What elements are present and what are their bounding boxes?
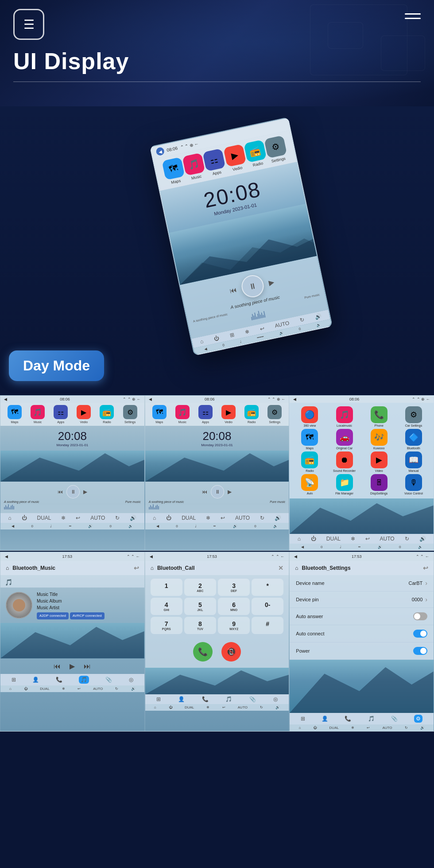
s2-video[interactable]: ▶ Vedio bbox=[221, 405, 236, 424]
bt-play-icon[interactable]: ▶ bbox=[70, 662, 75, 670]
s2-nav-dual[interactable]: DUAL bbox=[182, 515, 196, 521]
nav-auto-icon[interactable]: AUTO bbox=[274, 319, 290, 329]
s4-nav-clip[interactable]: 📎 bbox=[105, 677, 112, 683]
s5-nav-person[interactable]: 👤 bbox=[178, 696, 185, 702]
app-filemanager[interactable]: 📁 File Manager bbox=[328, 474, 360, 495]
s4-nav-circle[interactable]: ◎ bbox=[129, 677, 133, 683]
s5-vol[interactable]: 🔊 bbox=[275, 705, 280, 709]
app-originalcar[interactable]: 🚗 Original Car bbox=[328, 429, 360, 450]
s3-nav-dual[interactable]: DUAL bbox=[326, 536, 341, 542]
s4-ref[interactable]: ↻ bbox=[115, 687, 118, 691]
hamburger-menu[interactable] bbox=[405, 13, 421, 19]
next-track-icon[interactable]: ▶ bbox=[268, 277, 275, 287]
s5-power[interactable]: ⏻ bbox=[169, 705, 172, 709]
s6-nav-person[interactable]: 👤 bbox=[322, 716, 328, 722]
s6-nav-grid[interactable]: ⊞ bbox=[301, 716, 305, 722]
bt-call-back[interactable]: ◀ bbox=[150, 554, 153, 559]
dialkey-0dash[interactable]: 0- bbox=[252, 598, 283, 615]
s1-next[interactable]: ▶ bbox=[83, 489, 87, 495]
s6-nav-music[interactable]: 🎵 bbox=[368, 716, 375, 722]
s1-apps[interactable]: ⚏ Apps bbox=[54, 405, 68, 424]
dialkey-2[interactable]: 2 ABC bbox=[184, 579, 216, 596]
dialkey-1[interactable]: 1 bbox=[151, 579, 182, 596]
dialkey-7[interactable]: 7 PQRS bbox=[151, 617, 182, 634]
nav-ac-icon[interactable]: ❄ bbox=[244, 328, 250, 335]
s2-nav-ac[interactable]: ❄ bbox=[206, 515, 210, 521]
s2-nav-vol[interactable]: 🔊 bbox=[275, 515, 281, 521]
s6-arrow[interactable]: ↩ bbox=[367, 726, 370, 730]
s4-home[interactable]: ⌂ bbox=[9, 687, 12, 691]
s1-back[interactable]: ◀ bbox=[12, 524, 14, 528]
s1-maps[interactable]: 🗺 Maps bbox=[8, 405, 22, 424]
bt-power-toggle[interactable] bbox=[413, 647, 427, 655]
s2-apps[interactable]: ⚏ Apps bbox=[198, 405, 213, 424]
s1-nav-auto[interactable]: AUTO bbox=[90, 515, 105, 521]
app-bluetooth[interactable]: 🔷 Bluetooth bbox=[397, 429, 430, 450]
bt-settings-home-icon[interactable]: ⌂ bbox=[295, 565, 298, 571]
call-hangup-btn[interactable]: 📵 bbox=[221, 642, 241, 662]
s4-nav-music[interactable]: 🎵 bbox=[79, 676, 89, 684]
s3-nav-vol[interactable]: 🔊 bbox=[419, 536, 426, 542]
s2-play[interactable]: ⏸ bbox=[211, 485, 224, 498]
s4-nav-person[interactable]: 👤 bbox=[32, 677, 39, 683]
s5-nav-music[interactable]: 🎵 bbox=[225, 696, 232, 702]
bt-next-icon[interactable]: ⏭ bbox=[84, 662, 91, 670]
s5-nav-grid[interactable]: ⊞ bbox=[156, 696, 161, 702]
s4-arrow[interactable]: ↩ bbox=[78, 687, 81, 691]
bt-prev-icon[interactable]: ⏮ bbox=[54, 662, 61, 670]
dialkey-3[interactable]: 3 DEF bbox=[218, 579, 250, 596]
s6-nav-settings[interactable]: ⚙ bbox=[414, 715, 422, 723]
s4-vol[interactable]: 🔊 bbox=[131, 687, 136, 691]
screen3-back[interactable]: ◀ bbox=[293, 397, 296, 401]
s6-ac[interactable]: ❄ bbox=[351, 726, 354, 730]
s2-prev[interactable]: ⏮ bbox=[202, 489, 207, 495]
bt-settings-back[interactable]: ◀ bbox=[294, 554, 297, 559]
s3-nav-arrow[interactable]: ↩ bbox=[365, 536, 370, 542]
s6-ref[interactable]: ↻ bbox=[405, 726, 408, 730]
s1-nav-power[interactable]: ⏻ bbox=[22, 515, 27, 521]
s2-music[interactable]: 🎵 Music bbox=[175, 405, 190, 424]
s3-back[interactable]: ◀ bbox=[301, 545, 304, 549]
s3-nav-ref[interactable]: ↻ bbox=[405, 536, 409, 542]
dialkey-hash[interactable]: # bbox=[252, 617, 283, 634]
s3-nav-power[interactable]: ⏻ bbox=[311, 536, 316, 542]
s5-nav-clip[interactable]: 📎 bbox=[249, 696, 256, 702]
play-pause-button[interactable]: ⏸ bbox=[240, 273, 266, 299]
app-music[interactable]: 🎵 Music bbox=[182, 152, 206, 181]
s1-nav-arrow[interactable]: ↩ bbox=[76, 515, 80, 521]
bt-music-close-icon[interactable]: ↩ bbox=[134, 564, 139, 572]
bt-music-back[interactable]: ◀ bbox=[5, 554, 8, 559]
app-360view[interactable]: 🔵 360 view bbox=[293, 406, 326, 427]
app-manual[interactable]: 📖 Manual bbox=[397, 452, 430, 472]
dialkey-star[interactable]: * bbox=[252, 579, 283, 596]
s1-nav-dual[interactable]: DUAL bbox=[37, 515, 51, 521]
s1-nav-ref[interactable]: ↻ bbox=[115, 515, 120, 521]
s1-video[interactable]: ▶ Vedio bbox=[77, 405, 91, 424]
bt-call-home-icon[interactable]: ⌂ bbox=[151, 565, 154, 571]
s5-home[interactable]: ⌂ bbox=[154, 705, 156, 709]
s4-nav-phone[interactable]: 📞 bbox=[56, 677, 62, 683]
s2-nav-home[interactable]: ⌂ bbox=[153, 515, 156, 521]
dialkey-9[interactable]: 9 WXYZ bbox=[218, 617, 250, 634]
s6-vol[interactable]: 🔊 bbox=[420, 726, 425, 730]
nav-home-icon[interactable]: ⌂ bbox=[200, 338, 204, 344]
s6-home[interactable]: ⌂ bbox=[298, 726, 301, 730]
app-localmusic[interactable]: 🎵 Localmusic bbox=[328, 406, 360, 427]
app-video[interactable]: ▶ Vedio bbox=[223, 144, 248, 172]
nav-refresh-icon[interactable]: ↻ bbox=[299, 316, 305, 323]
app-video2[interactable]: ▶ Video bbox=[363, 452, 395, 472]
app-maps2[interactable]: 🗺 Maps bbox=[293, 429, 326, 450]
s4-ac[interactable]: ❄ bbox=[62, 687, 65, 691]
s5-arrow[interactable]: ↩ bbox=[222, 705, 225, 709]
s1-nav-ac[interactable]: ❄ bbox=[61, 515, 66, 521]
app-voicecontrol[interactable]: 🎙 Voice Control bbox=[397, 474, 430, 495]
s3-nav-auto[interactable]: AUTO bbox=[380, 536, 395, 542]
app-phone[interactable]: 📞 Phone bbox=[363, 406, 395, 427]
bt-settings-back-icon[interactable]: ↩ bbox=[423, 564, 428, 572]
dialkey-6[interactable]: 6 MNO bbox=[218, 598, 250, 615]
s2-next[interactable]: ▶ bbox=[228, 489, 232, 495]
app-avin[interactable]: 📡 Avin bbox=[293, 474, 326, 495]
dialkey-4[interactable]: 4 GHI bbox=[151, 598, 182, 615]
s2-maps[interactable]: 🗺 Maps bbox=[152, 405, 167, 424]
nav-vol-icon[interactable]: 🔊 bbox=[314, 313, 322, 320]
